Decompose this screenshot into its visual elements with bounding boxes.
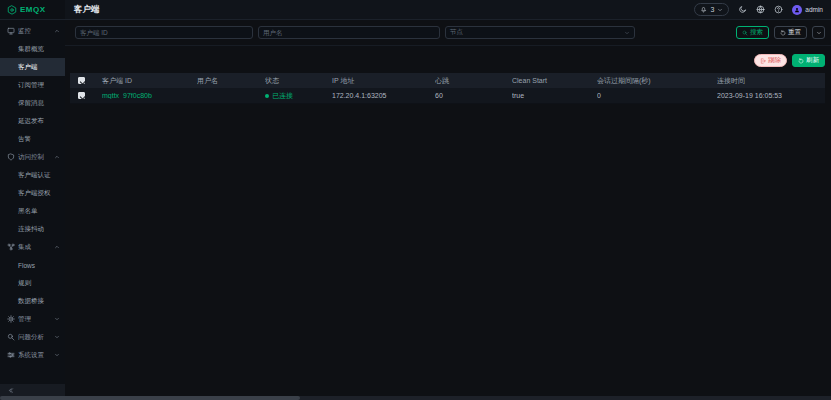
sidebar-item-g0-0[interactable]: 集群概览	[0, 40, 65, 58]
sidebar-item-g0-3[interactable]: 保留消息	[0, 94, 65, 112]
sidebar-item-g2-0[interactable]: Flows	[0, 256, 65, 274]
shield-icon	[7, 153, 15, 161]
table-toolbar: 踢除 刷新	[65, 46, 831, 73]
column-header-5: Clean Start	[512, 77, 597, 84]
chevron-down-icon	[54, 352, 60, 358]
kick-client-button[interactable]: 踢除	[754, 54, 787, 67]
chevron-up-icon	[54, 28, 60, 34]
reset-button-label: 重置	[788, 28, 801, 37]
language-globe-icon[interactable]	[756, 5, 765, 14]
status-text: 已连接	[272, 91, 293, 101]
refresh-button[interactable]: 刷新	[792, 54, 825, 67]
ip-cell: 172.20.4.1:63205	[332, 92, 435, 99]
refresh-button-label: 刷新	[806, 56, 819, 65]
settings-icon	[7, 351, 15, 359]
logo[interactable]: EMQX	[0, 0, 65, 19]
client-id-filter-input[interactable]	[75, 26, 253, 39]
chevron-down-icon	[717, 7, 723, 13]
alarm-dropdown[interactable]: 3	[694, 3, 729, 16]
sidebar-nav: 监控集群概览客户端订阅管理保留消息延迟发布告警访问控制客户端认证客户端授权黑名单…	[0, 20, 65, 384]
chevron-up-icon	[54, 244, 60, 250]
theme-toggle-moon-icon[interactable]	[738, 5, 747, 14]
status-badge: 已连接	[265, 91, 332, 101]
reset-button[interactable]: 重置	[774, 26, 807, 39]
sidebar-collapse-button[interactable]	[0, 384, 65, 396]
column-header-1: 用户名	[197, 76, 265, 86]
sidebar: 监控集群概览客户端订阅管理保留消息延迟发布告警访问控制客户端认证客户端授权黑名单…	[0, 20, 65, 396]
sidebar-group-2[interactable]: 集成	[0, 238, 65, 256]
sidebar-item-g0-2[interactable]: 订阅管理	[0, 76, 65, 94]
column-header-7: 连接时间	[717, 76, 825, 86]
table-row: mqttx_97f0c80b已连接172.20.4.1:6320560true0…	[70, 88, 825, 104]
sidebar-item-g0-4[interactable]: 延迟发布	[0, 112, 65, 130]
monitor-icon	[7, 27, 15, 35]
connected-at-cell: 2023-09-19 16:05:53	[717, 92, 825, 99]
status-dot-icon	[265, 94, 269, 98]
keepalive-cell: 60	[435, 92, 512, 99]
node-filter-select[interactable]: 节点	[445, 26, 635, 39]
collapse-filters-button[interactable]	[812, 26, 825, 39]
chevron-up-icon	[54, 154, 60, 160]
horizontal-scrollbar-thumb[interactable]	[0, 396, 300, 400]
sidebar-group-label: 系统设置	[18, 351, 51, 360]
sidebar-group-label: 监控	[18, 27, 51, 36]
brand-name: EMQX	[20, 5, 46, 14]
sidebar-item-g0-5[interactable]: 告警	[0, 130, 65, 148]
collapse-left-icon	[7, 387, 14, 394]
alarm-count: 3	[710, 6, 714, 13]
refresh-icon	[798, 58, 804, 64]
emqx-logo-icon	[7, 5, 17, 15]
node-select-placeholder: 节点	[450, 28, 463, 37]
sidebar-item-g0-1[interactable]: 客户端	[0, 58, 65, 76]
search-button[interactable]: 搜索	[736, 26, 769, 39]
sidebar-group-1[interactable]: 访问控制	[0, 148, 65, 166]
bell-icon	[700, 6, 707, 13]
kick-button-label: 踢除	[768, 56, 781, 65]
top-header: EMQX 客户端 3 admin	[0, 0, 831, 20]
clients-table: 客户端 ID用户名状态IP 地址心跳Clean Start会话过期间隔(秒)连接…	[70, 73, 825, 104]
chevron-down-icon	[816, 30, 822, 36]
client-id-link[interactable]: mqttx_97f0c80b	[102, 92, 197, 99]
table-body: mqttx_97f0c80b已连接172.20.4.1:6320560true0…	[70, 88, 825, 104]
sidebar-group-0[interactable]: 监控	[0, 22, 65, 40]
sidebar-group-5[interactable]: 系统设置	[0, 346, 65, 364]
row-checkbox[interactable]	[78, 92, 85, 99]
sidebar-group-4[interactable]: 问题分析	[0, 328, 65, 346]
sidebar-item-g1-3[interactable]: 连接抖动	[0, 220, 65, 238]
management-icon	[7, 315, 15, 323]
clean-start-cell: true	[512, 92, 597, 99]
filter-bar: 节点 搜索 重置	[65, 20, 831, 46]
sidebar-group-label: 问题分析	[18, 333, 51, 342]
column-header-4: 心跳	[435, 76, 512, 86]
sidebar-group-3[interactable]: 管理	[0, 310, 65, 328]
column-header-2: 状态	[265, 76, 332, 86]
sidebar-item-g1-0[interactable]: 客户端认证	[0, 166, 65, 184]
sidebar-item-g2-1[interactable]: 规则	[0, 274, 65, 292]
sidebar-item-g1-2[interactable]: 黑名单	[0, 202, 65, 220]
horizontal-scrollbar[interactable]	[0, 396, 831, 400]
chevron-down-icon	[624, 30, 630, 36]
search-button-label: 搜索	[750, 28, 763, 37]
column-header-3: IP 地址	[332, 76, 435, 86]
column-header-0: 客户端 ID	[102, 76, 197, 86]
user-name: admin	[805, 6, 823, 13]
reset-icon	[780, 30, 786, 36]
diagnose-icon	[7, 333, 15, 341]
clients-page: 节点 搜索 重置 踢除	[65, 20, 831, 396]
select-all-checkbox[interactable]	[78, 77, 85, 84]
session-expiry-cell: 0	[597, 92, 717, 99]
username-filter-input[interactable]	[258, 26, 440, 39]
sidebar-item-g2-2[interactable]: 数据桥接	[0, 292, 65, 310]
column-header-6: 会话过期间隔(秒)	[597, 76, 717, 86]
sidebar-group-label: 访问控制	[18, 153, 51, 162]
avatar	[792, 5, 802, 15]
sidebar-group-label: 管理	[18, 315, 51, 324]
header-actions: 3 admin	[694, 3, 831, 16]
user-menu[interactable]: admin	[792, 5, 823, 15]
chevron-down-icon	[54, 316, 60, 322]
sidebar-item-g1-1[interactable]: 客户端授权	[0, 184, 65, 202]
kick-icon	[760, 58, 766, 64]
help-icon[interactable]	[774, 5, 783, 14]
search-icon	[742, 30, 748, 36]
integration-icon	[7, 243, 15, 251]
